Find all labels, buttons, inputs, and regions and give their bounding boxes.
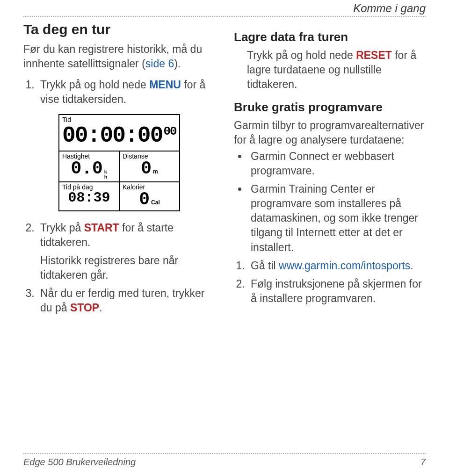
step3-post: . bbox=[99, 302, 102, 314]
lagre-pre: Trykk på og hold nede bbox=[247, 49, 356, 61]
steps-list-left-cont: Trykk på START for å starte tidtakeren. bbox=[23, 221, 215, 250]
section-label: Komme i gang bbox=[353, 2, 426, 15]
footer-title: Edge 500 Brukerveiledning bbox=[23, 457, 136, 468]
step2-pre: Trykk på bbox=[40, 222, 84, 234]
device-kalorier-cell: Kalorier 0 Cal bbox=[120, 182, 179, 210]
keyword-reset: RESET bbox=[356, 49, 392, 61]
right-step-2: Følg instruksjonene på skjermen for å in… bbox=[248, 277, 426, 306]
step2-subnote: Historikk registreres bare når tidtakere… bbox=[40, 253, 215, 282]
lagre-text: Trykk på og hold nede RESET for å lagre … bbox=[247, 48, 426, 92]
device-tid-label: Tid bbox=[62, 116, 176, 123]
footer-page-number: 7 bbox=[420, 457, 426, 468]
keyword-stop: STOP bbox=[70, 302, 99, 314]
software-bullets: Garmin Connect er webbasert programvare.… bbox=[234, 149, 426, 254]
device-hastighet-cell: Hastighet 0.0 k h bbox=[59, 151, 120, 182]
device-distanse-unit: m bbox=[153, 168, 158, 175]
bullet-training-center: Garmin Training Center er programvare so… bbox=[248, 182, 426, 254]
steps-list-left-cont2: Når du er ferdig med turen, trykker du p… bbox=[23, 286, 215, 315]
keyword-start: START bbox=[84, 222, 119, 234]
device-kalorier-value: 0 bbox=[139, 191, 150, 209]
device-tid-main: 00:00:00 bbox=[62, 124, 162, 147]
page-footer: Edge 500 Brukerveiledning 7 bbox=[23, 453, 426, 468]
device-tid-cell: Tid 00:00:0000 bbox=[59, 115, 179, 151]
header-dotted-line bbox=[23, 16, 426, 17]
step-3: Når du er ferdig med turen, trykker du p… bbox=[37, 286, 215, 315]
programvare-intro: Garmin tilbyr to programvarealternativer… bbox=[234, 118, 426, 147]
device-tidpadag-value: 08:39 bbox=[68, 191, 110, 205]
device-tid-sup: 00 bbox=[163, 125, 176, 137]
left-column: Ta deg en tur Før du kan registrere hist… bbox=[23, 22, 215, 319]
steps-list-right: Gå til www.garmin.com/intosports. Følg i… bbox=[234, 259, 426, 306]
right-column: Lagre data fra turen Trykk på og hold ne… bbox=[234, 22, 426, 319]
device-hastighet-unit: k h bbox=[104, 169, 108, 180]
step-2: Trykk på START for å starte tidtakeren. bbox=[37, 221, 215, 250]
device-hastighet-unit-bot: h bbox=[104, 174, 108, 180]
link-garmin-intosports[interactable]: www.garmin.com/intosports bbox=[279, 260, 410, 272]
device-distanse-cell: Distanse 0 m bbox=[120, 151, 179, 182]
right-step1-pre: Gå til bbox=[251, 260, 279, 272]
device-tid-value: 00:00:0000 bbox=[62, 123, 176, 149]
heading-ta-deg-en-tur: Ta deg en tur bbox=[23, 22, 215, 37]
step1-pre: Trykk på og hold nede bbox=[40, 79, 149, 91]
bullet-connect: Garmin Connect er webbasert programvare. bbox=[248, 149, 426, 178]
device-screen: Tid 00:00:0000 Hastighet 0.0 k h bbox=[58, 114, 180, 211]
steps-list-left: Trykk på og hold nede MENU for å vise ti… bbox=[23, 78, 215, 107]
device-hastighet-value: 0.0 bbox=[71, 160, 102, 178]
device-distanse-value: 0 bbox=[141, 160, 152, 178]
keyword-menu: MENU bbox=[149, 79, 181, 91]
heading-bruke-gratis: Bruke gratis programvare bbox=[234, 100, 426, 115]
heading-lagre-data: Lagre data fra turen bbox=[234, 30, 426, 44]
right-step-1: Gå til www.garmin.com/intosports. bbox=[248, 259, 426, 273]
device-kalorier-unit: Cal bbox=[151, 199, 160, 206]
intro-text-post: ). bbox=[174, 58, 181, 70]
right-step1-post: . bbox=[410, 260, 413, 272]
device-tidpadag-cell: Tid på dag 08:39 bbox=[59, 182, 120, 210]
step-1: Trykk på og hold nede MENU for å vise ti… bbox=[37, 78, 215, 107]
link-side-6[interactable]: side 6 bbox=[145, 58, 174, 70]
step3-pre: Når du er ferdig med turen, trykker du p… bbox=[40, 287, 205, 314]
intro-paragraph: Før du kan registrere historikk, må du i… bbox=[23, 42, 215, 71]
